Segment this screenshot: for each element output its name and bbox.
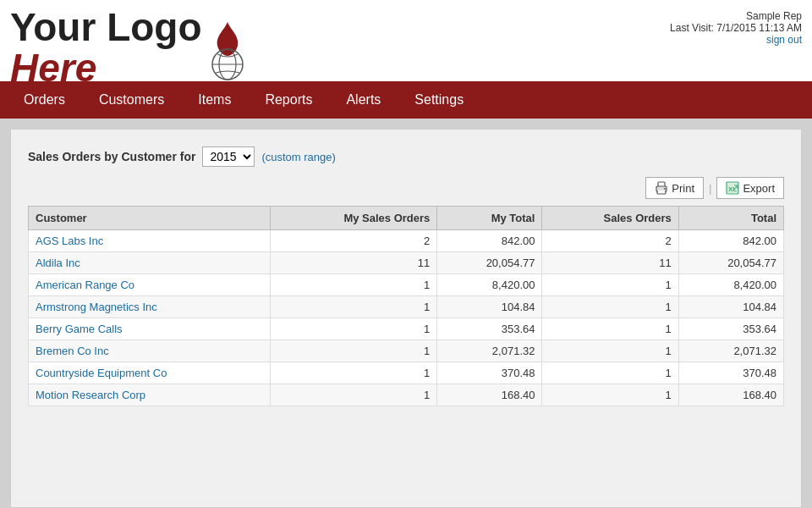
header: Your LogoHere Sa <box>0 0 812 81</box>
export-label: Export <box>743 182 775 195</box>
divider: | <box>707 182 713 195</box>
nav-reports[interactable]: Reports <box>248 84 329 116</box>
cell-customer: Countryside Equipment Co <box>29 362 271 384</box>
nav-settings[interactable]: Settings <box>398 84 480 116</box>
customer-link[interactable]: AGS Labs Inc <box>36 235 103 247</box>
filter-row: Sales Orders by Customer for 2013 2014 2… <box>28 146 784 167</box>
cell-customer: Aldila Inc <box>29 252 271 274</box>
cell-total: 168.40 <box>678 384 783 406</box>
cell-my-orders: 1 <box>271 340 437 362</box>
customer-link[interactable]: Bremen Co Inc <box>36 345 109 357</box>
cell-orders: 1 <box>542 340 678 362</box>
cell-my-total: 353.64 <box>437 318 542 340</box>
sales-table: Customer My Sales Orders My Total Sales … <box>28 206 784 406</box>
customer-link[interactable]: Armstrong Magnetics Inc <box>36 301 157 313</box>
customer-link[interactable]: American Range Co <box>36 279 134 291</box>
customer-link[interactable]: Motion Research Corp <box>36 389 145 401</box>
last-visit: Last Visit: 7/1/2015 11:13 AM <box>670 22 802 34</box>
svg-point-7 <box>664 188 666 190</box>
cell-my-total: 2,071.32 <box>437 340 542 362</box>
logo: Your LogoHere <box>10 7 248 89</box>
print-button[interactable]: Print <box>645 177 704 199</box>
cell-orders: 1 <box>542 274 678 296</box>
nav-orders[interactable]: Orders <box>7 84 82 116</box>
table-row: Countryside Equipment Co 1 370.48 1 370.… <box>29 362 784 384</box>
export-button[interactable]: XL Export <box>716 177 784 199</box>
cell-customer: Armstrong Magnetics Inc <box>29 296 271 318</box>
action-row: Print | XL Export <box>28 177 784 199</box>
cell-orders: 1 <box>542 318 678 340</box>
cell-customer: Berry Game Calls <box>29 318 271 340</box>
col-my-orders: My Sales Orders <box>271 207 437 230</box>
table-row: Aldila Inc 11 20,054.77 11 20,054.77 <box>29 252 784 274</box>
cell-customer: AGS Labs Inc <box>29 230 271 252</box>
cell-my-total: 842.00 <box>437 230 542 252</box>
cell-total: 353.64 <box>678 318 783 340</box>
logo-area: Your LogoHere <box>10 7 248 89</box>
svg-text:XL: XL <box>728 185 737 193</box>
cell-orders: 1 <box>542 384 678 406</box>
table-row: American Range Co 1 8,420.00 1 8,420.00 <box>29 274 784 296</box>
cell-total: 2,071.32 <box>678 340 783 362</box>
user-info: Sample Rep Last Visit: 7/1/2015 11:13 AM… <box>670 7 802 46</box>
col-total: Total <box>678 207 783 230</box>
nav-customers[interactable]: Customers <box>82 84 181 116</box>
filter-label: Sales Orders by Customer for <box>28 150 195 163</box>
customer-link[interactable]: Aldila Inc <box>36 257 80 269</box>
table-body: AGS Labs Inc 2 842.00 2 842.00 Aldila In… <box>29 230 784 406</box>
cell-orders: 11 <box>542 252 678 274</box>
cell-orders: 2 <box>542 230 678 252</box>
cell-orders: 1 <box>542 296 678 318</box>
custom-range-link[interactable]: (custom range) <box>261 151 335 163</box>
cell-my-orders: 11 <box>271 252 437 274</box>
nav-items[interactable]: Items <box>181 84 248 116</box>
cell-my-total: 20,054.77 <box>437 252 542 274</box>
cell-total: 842.00 <box>678 230 783 252</box>
table-header-row: Customer My Sales Orders My Total Sales … <box>29 207 784 230</box>
print-icon <box>655 181 668 195</box>
cell-customer: Bremen Co Inc <box>29 340 271 362</box>
print-label: Print <box>672 182 694 195</box>
cell-my-total: 370.48 <box>437 362 542 384</box>
cell-my-orders: 1 <box>271 274 437 296</box>
cell-my-total: 104.84 <box>437 296 542 318</box>
cell-my-orders: 1 <box>271 318 437 340</box>
main-content: Sales Orders by Customer for 2013 2014 2… <box>10 129 802 508</box>
cell-customer: American Range Co <box>29 274 271 296</box>
col-my-total: My Total <box>437 207 542 230</box>
table-row: Armstrong Magnetics Inc 1 104.84 1 104.8… <box>29 296 784 318</box>
cell-my-orders: 2 <box>271 230 437 252</box>
cell-my-total: 8,420.00 <box>437 274 542 296</box>
cell-total: 370.48 <box>678 362 783 384</box>
main-nav: Orders Customers Items Reports Alerts Se… <box>0 81 812 119</box>
nav-alerts[interactable]: Alerts <box>329 84 398 116</box>
cell-my-orders: 1 <box>271 384 437 406</box>
logo-text: Your LogoHere <box>10 7 202 89</box>
sign-out-link[interactable]: sign out <box>766 34 802 46</box>
cell-customer: Motion Research Corp <box>29 384 271 406</box>
cell-my-orders: 1 <box>271 296 437 318</box>
cell-my-orders: 1 <box>271 362 437 384</box>
customer-link[interactable]: Berry Game Calls <box>36 323 123 335</box>
user-name: Sample Rep <box>670 10 802 22</box>
col-orders: Sales Orders <box>542 207 678 230</box>
table-row: AGS Labs Inc 2 842.00 2 842.00 <box>29 230 784 252</box>
cell-total: 20,054.77 <box>678 252 783 274</box>
year-select[interactable]: 2013 2014 2015 2016 <box>202 146 255 167</box>
svg-rect-6 <box>658 190 665 193</box>
cell-my-total: 168.40 <box>437 384 542 406</box>
table-row: Berry Game Calls 1 353.64 1 353.64 <box>29 318 784 340</box>
table-row: Bremen Co Inc 1 2,071.32 1 2,071.32 <box>29 340 784 362</box>
cell-total: 8,420.00 <box>678 274 783 296</box>
logo-icon <box>207 20 248 84</box>
table-row: Motion Research Corp 1 168.40 1 168.40 <box>29 384 784 406</box>
export-icon: XL <box>726 181 739 195</box>
col-customer: Customer <box>29 207 271 230</box>
customer-link[interactable]: Countryside Equipment Co <box>36 367 167 379</box>
cell-total: 104.84 <box>678 296 783 318</box>
cell-orders: 1 <box>542 362 678 384</box>
